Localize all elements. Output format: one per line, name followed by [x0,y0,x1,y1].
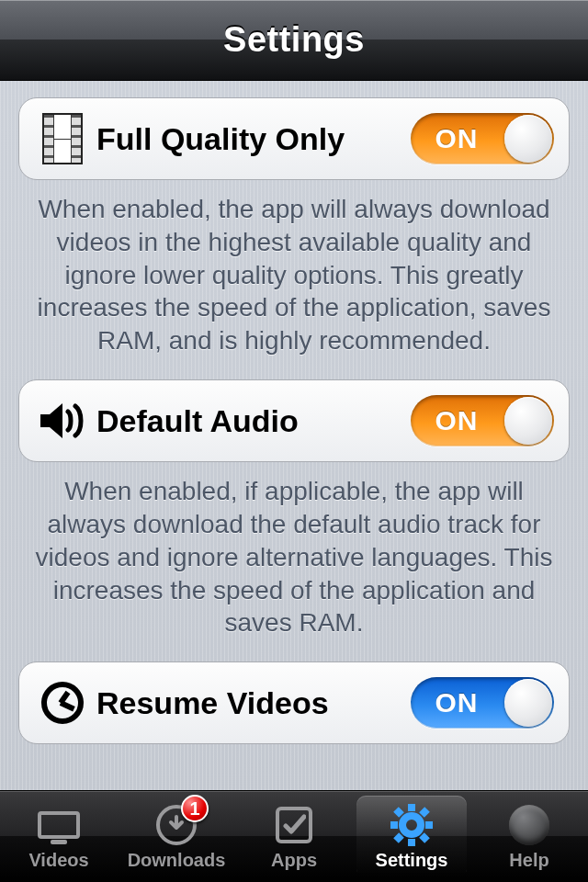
page-title: Settings [223,20,365,60]
toggle-resume-videos[interactable]: ON [411,677,554,729]
help-icon [503,802,555,848]
tab-apps[interactable]: Apps [235,791,353,882]
svg-line-6 [422,835,427,841]
tab-label: Downloads [128,850,226,871]
tab-label: Videos [28,850,88,871]
toggle-knob [504,397,552,445]
setting-row-default-audio: Default Audio ON [18,379,570,462]
setting-row-resume-videos: Resume Videos ON [18,662,570,744]
clock-icon [36,682,89,724]
setting-label: Resume Videos [96,685,411,721]
svg-line-5 [396,809,401,815]
check-icon [268,802,320,848]
setting-description: When enabled, if applicable, the app wil… [18,462,570,662]
downloads-badge: 1 [181,795,209,822]
tab-label: Apps [271,850,317,871]
toggle-knob [504,679,552,727]
toggle-full-quality[interactable]: ON [411,113,554,164]
film-icon [36,113,89,164]
tab-videos[interactable]: Videos [0,791,118,882]
gear-icon [386,802,437,848]
toggle-knob [504,115,552,163]
svg-point-0 [402,816,421,834]
toggle-state-text: ON [411,677,503,729]
tab-downloads[interactable]: 1 Downloads [118,791,235,882]
setting-label: Default Audio [96,403,411,439]
toggle-default-audio[interactable]: ON [411,395,554,447]
tv-icon [33,802,85,848]
toggle-state-text: ON [411,395,503,447]
setting-description: When enabled, the app will always downlo… [18,180,570,379]
setting-row-full-quality: Full Quality Only ON [18,97,570,180]
speaker-icon [36,401,89,441]
setting-label: Full Quality Only [96,121,411,157]
svg-line-8 [396,835,401,841]
tab-help[interactable]: Help [470,791,588,882]
navigation-bar: Settings [0,0,588,81]
toggle-state-text: ON [411,113,503,164]
svg-line-7 [422,809,427,815]
tab-label: Help [509,850,548,871]
tab-label: Settings [376,850,448,871]
settings-scroll[interactable]: Full Quality Only ON When enabled, the a… [0,81,588,790]
tab-settings[interactable]: Settings [353,791,470,882]
tab-bar: Videos 1 Downloads Apps [0,790,588,882]
